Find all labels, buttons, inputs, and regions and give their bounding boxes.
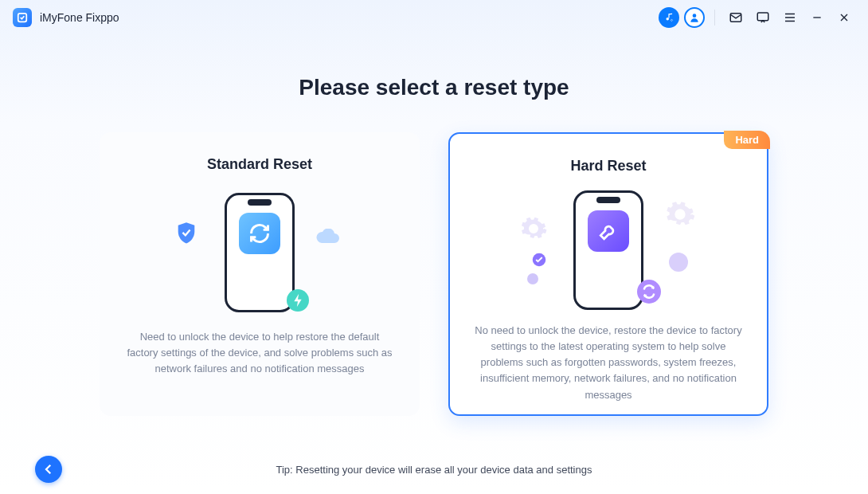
gear-icon [519, 214, 548, 246]
cloud-icon [315, 229, 339, 248]
minimize-icon[interactable] [806, 6, 828, 29]
app-title: iMyFone Fixppo [40, 11, 119, 24]
check-circle-icon [532, 253, 546, 270]
gear-icon [664, 198, 696, 233]
app-logo-icon [13, 8, 32, 27]
card-title-standard: Standard Reset [207, 156, 312, 173]
mail-icon[interactable] [725, 6, 747, 29]
badge-hard: Hard [724, 131, 770, 149]
menu-icon[interactable] [779, 6, 801, 29]
user-button[interactable] [684, 7, 705, 28]
titlebar-divider [714, 10, 715, 25]
footer: Tip: Resetting your device will erase al… [0, 445, 868, 494]
svg-point-7 [637, 280, 661, 304]
shield-icon [175, 221, 197, 249]
card-desc-hard: No need to unlock the device, restore th… [469, 323, 748, 403]
back-button[interactable] [35, 456, 62, 483]
page-title: Please select a reset type [48, 75, 820, 100]
phone-mock-standard [225, 193, 295, 312]
card-desc-standard: Need to unlock the device to help restor… [119, 329, 401, 377]
card-illustration-hard [521, 190, 696, 310]
phone-notch [248, 199, 272, 206]
titlebar: iMyFone Fixppo [0, 0, 868, 35]
svg-point-2 [693, 14, 697, 18]
feedback-icon[interactable] [752, 6, 774, 29]
card-hard-reset[interactable]: Hard Hard Reset [448, 132, 768, 416]
svg-rect-4 [757, 13, 768, 21]
phone-notch [596, 197, 620, 203]
phone-mock-hard [573, 190, 643, 310]
music-button[interactable] [659, 7, 679, 28]
wrench-tile-icon [588, 210, 629, 252]
card-standard-reset[interactable]: Standard Reset [100, 132, 420, 416]
titlebar-right [659, 6, 855, 29]
card-illustration-standard [172, 189, 347, 316]
refresh-tile-icon [239, 213, 280, 254]
close-icon[interactable] [833, 6, 855, 29]
dot-icon [527, 273, 538, 284]
titlebar-left: iMyFone Fixppo [13, 8, 119, 27]
card-title-hard: Hard Reset [570, 158, 646, 174]
dot-icon [669, 253, 688, 272]
footer-tip: Tip: Resetting your device will erase al… [276, 464, 592, 476]
sync-circle-icon [637, 280, 661, 307]
main-content: Please select a reset type Standard Rese… [0, 35, 868, 416]
card-container: Standard Reset [48, 132, 820, 416]
bolt-circle-icon [287, 289, 309, 315]
